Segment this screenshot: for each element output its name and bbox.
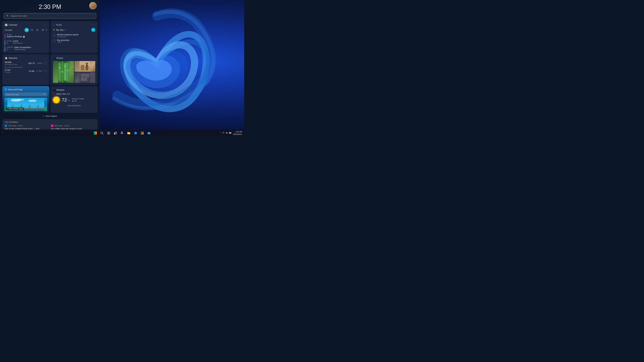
calendar-day-22[interactable]: 22 — [35, 28, 40, 32]
taskbar-taskview-icon — [107, 132, 110, 135]
svg-text:O: O — [148, 133, 148, 134]
calendar-days: 20 21 22 23 ▾ — [24, 28, 47, 32]
svg-rect-22 — [84, 74, 84, 77]
svg-rect-18 — [80, 77, 90, 78]
calendar-chevron[interactable]: ▾ — [46, 29, 47, 31]
event-content-lunch: Lunch Omar Bennet — [13, 40, 23, 44]
wifi-icon[interactable] — [222, 132, 224, 135]
story-source-row-1: USA Today · 3 mins — [5, 124, 49, 127]
taskbar-center: O — [92, 130, 152, 136]
event-details-birthday: All day Sophia's Birthday 🎂 — [6, 33, 25, 38]
todo-item-2[interactable]: Buy groceries Tasks ☆ — [53, 39, 95, 43]
svg-point-8 — [64, 66, 66, 67]
web-search-bar[interactable]: 🔍 Search the web — [4, 13, 96, 19]
edge-search-bar[interactable]: Search the web 🔍 — [4, 92, 47, 96]
event-time-sales: 3:30 PM1h — [6, 46, 13, 51]
event-time-lunch: 12 PM1h — [6, 40, 12, 44]
svg-rect-57 — [128, 133, 130, 134]
story-source-1: USA Today · 3 mins — [8, 125, 23, 127]
stock-change-ctsp: +2.23% — [35, 70, 43, 72]
taskbar-outlook-icon: O — [147, 131, 150, 135]
photo-cell-2[interactable] — [74, 61, 96, 72]
stock-item-wgrb[interactable]: WGRB Woodgrove Bank 435.75 -1.67% ↓ — [5, 61, 47, 65]
svg-rect-45 — [96, 133, 97, 135]
photo-image-2 — [74, 61, 96, 72]
calendar-event-birthday[interactable]: All day Sophia's Birthday 🎂 — [5, 33, 47, 39]
todo-item-1[interactable]: Review expense reports Q4 planning ☆ — [53, 33, 95, 38]
todo-checkbox-2[interactable] — [53, 39, 56, 42]
taskbar-store-button[interactable] — [139, 130, 145, 136]
event-details-lunch: 12 PM1h — [6, 40, 12, 44]
photos-header: ☁ Photos ··· — [53, 56, 95, 60]
svg-rect-21 — [83, 74, 84, 78]
edge-search-icon: 🔍 — [44, 93, 46, 95]
calendar-day-23[interactable]: 23 — [40, 28, 45, 32]
edge-menu-button[interactable]: ··· — [44, 88, 47, 91]
stock-price-area-ctsp: 23.98 +2.23% + — [29, 69, 47, 72]
taskbar-clock[interactable]: 2:30 PM 10/20/2021 — [233, 131, 242, 136]
todo-star-1[interactable]: ☆ — [94, 33, 95, 36]
todo-item-content-2: Buy groceries Tasks — [57, 39, 92, 43]
stock-item-ctsp[interactable]: CTSP Contoso 23.98 +2.23% + — [5, 69, 47, 73]
stock-trend-icon-wgrb: ↓ — [44, 62, 47, 65]
weather-title: Weather — [56, 89, 64, 91]
top-stories-header: TOP STORIES — [5, 121, 95, 123]
stock-trend-icon-ctsp: + — [44, 69, 47, 72]
taskbar-fileexplorer-button[interactable] — [126, 130, 132, 136]
todo-star-2[interactable]: ☆ — [94, 39, 95, 41]
calendar-day-20[interactable]: 20 — [24, 28, 29, 32]
calendar-event-lunch[interactable]: 12 PM1h Lunch Omar Bennet — [5, 40, 47, 45]
todo-icon: ✓ — [53, 23, 55, 26]
watchlist-menu-button[interactable]: ··· — [44, 56, 47, 60]
calendar-month: October — [5, 29, 12, 31]
edge-image-area[interactable]: 📍 Ikema Ohashi, Japan ↗ — [4, 98, 47, 111]
edge-external-link-icon[interactable]: ↗ — [44, 108, 46, 110]
taskbar-teams-button[interactable] — [119, 130, 125, 136]
avatar-image — [90, 2, 96, 9]
edge-icon: 🌐 — [4, 88, 7, 91]
weather-forecast-link[interactable]: See full forecast — [53, 105, 95, 107]
taskbar-widgets-icon — [114, 132, 117, 135]
photo-cell-3[interactable] — [74, 72, 96, 83]
photo-cell-1[interactable] — [53, 61, 74, 83]
stock-info-ctsp: CTSP Contoso — [5, 69, 11, 73]
calendar-month-row: October 20 21 22 23 ▾ — [5, 28, 47, 32]
photos-menu-button[interactable]: ··· — [92, 56, 95, 60]
taskbar-widgets-button[interactable] — [112, 130, 118, 136]
taskbar-system-tray[interactable]: ^ — [220, 132, 232, 135]
todo-item-title-2: Buy groceries — [57, 39, 92, 41]
calendar-event-sales[interactable]: 3:30 PM1h Sales Presentation Teams Meeti… — [5, 46, 47, 52]
event-sub-sales: Teams Meeting — [14, 49, 31, 50]
battery-icon[interactable] — [229, 132, 232, 135]
svg-rect-15 — [86, 65, 88, 67]
todo-menu-button[interactable]: ··· — [92, 23, 95, 26]
todo-widget: ✓ To Do ··· ☀ My Day ▾ + Review expense … — [51, 21, 98, 53]
watchlist-header: 🏠 Watchlist ··· — [5, 56, 47, 60]
event-content-sales: Sales Presentation Teams Meeting — [14, 46, 31, 50]
photos-title-row: ☁ Photos — [53, 57, 63, 59]
todo-myday-row[interactable]: ☀ My Day ▾ + — [53, 28, 95, 32]
add-widgets-row[interactable]: + Add widgets — [0, 113, 100, 119]
user-avatar[interactable] — [89, 2, 96, 9]
weather-title-row: ☁ Weather — [53, 88, 64, 91]
taskbar-search-button[interactable] — [99, 130, 105, 136]
svg-point-7 — [61, 71, 64, 72]
taskbar-edge-button[interactable] — [132, 130, 138, 136]
taskbar-chevron-up-icon[interactable]: ^ — [220, 132, 221, 134]
todo-checkbox-1[interactable] — [53, 34, 56, 36]
taskbar-overflow-button[interactable]: ^ — [2, 132, 3, 134]
windows-start-button[interactable] — [92, 130, 98, 136]
add-widgets-button[interactable]: Add widgets — [45, 115, 57, 117]
calendar-day-21[interactable]: 21 — [30, 28, 34, 32]
svg-rect-59 — [142, 132, 144, 133]
svg-rect-12 — [81, 65, 84, 70]
todo-add-button[interactable]: + — [91, 28, 95, 32]
weather-menu-button[interactable]: ··· — [92, 88, 95, 91]
weather-condition: Strong UV today — [72, 98, 84, 100]
story-source-2: NBC News · 5 mins — [54, 125, 69, 127]
calendar-menu-button[interactable]: ··· — [44, 23, 47, 26]
taskbar-taskview-button[interactable] — [106, 130, 112, 136]
svg-rect-51 — [109, 133, 110, 134]
volume-icon[interactable] — [226, 132, 228, 135]
taskbar-outlook-button[interactable]: O — [146, 130, 152, 136]
